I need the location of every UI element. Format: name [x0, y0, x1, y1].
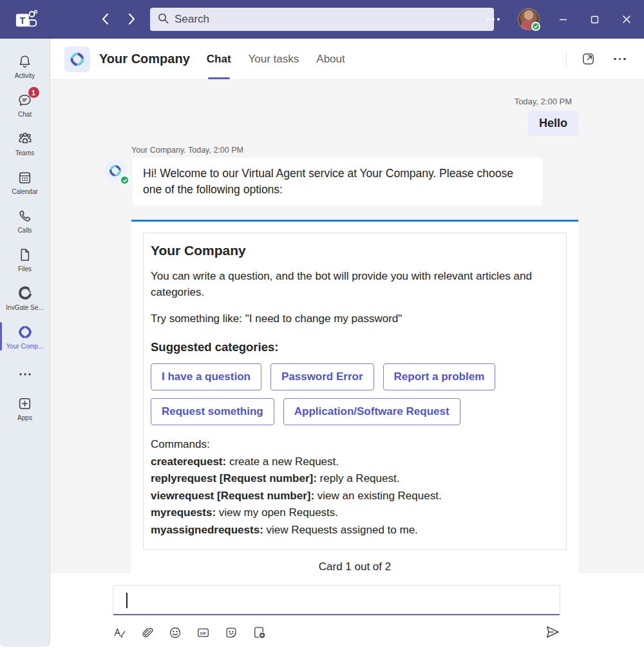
category-button-application-software[interactable]: Application/Software Request: [283, 398, 460, 425]
search-input[interactable]: [175, 13, 486, 26]
sidebar-item-invgate[interactable]: InvGate Se...: [0, 278, 50, 317]
nav-forward-icon[interactable]: [128, 13, 135, 25]
sidebar-item-apps[interactable]: Apps: [0, 388, 50, 427]
title-bar: T: [0, 0, 644, 39]
category-button-password-error[interactable]: Password Error: [270, 363, 374, 390]
command-line: myrequests: view my open Requests.: [151, 504, 559, 522]
calendar-icon: [17, 169, 33, 186]
incoming-message-bubble: Hi! Welcome to our Virtual Agent service…: [133, 158, 542, 206]
titlebar-more-icon[interactable]: [484, 15, 502, 23]
message-list[interactable]: Today, 2:00 PM Hello Your Company. Today…: [50, 80, 644, 573]
teams-logo-icon: T: [14, 8, 39, 33]
people-icon: [17, 130, 33, 147]
card-pager: Card 1 out of 2: [143, 550, 567, 573]
sidebar-item-your-company[interactable]: Your Comp...: [0, 317, 50, 356]
phone-icon: [17, 207, 33, 224]
category-button-report-problem[interactable]: Report a problem: [383, 363, 496, 390]
outgoing-message-bubble: Hello: [528, 111, 578, 136]
sidebar-item-calls[interactable]: Calls: [0, 201, 50, 240]
apps-icon: [17, 395, 33, 412]
page-title: Your Company: [99, 52, 190, 66]
tab-chat[interactable]: Chat: [207, 39, 231, 79]
message-input[interactable]: [113, 585, 560, 615]
presence-available-icon: [531, 22, 540, 31]
card-intro-text: You can write a question, and the bot wi…: [151, 268, 559, 301]
commands-heading: Commands:: [151, 436, 559, 454]
category-buttons: I have a question Password Error Report …: [151, 363, 556, 425]
app-rail: Activity 1 Chat Teams Calendar Calls: [0, 39, 50, 647]
sidebar-item-label: Calls: [17, 227, 32, 234]
card-body: Your Company You can write a question, a…: [143, 233, 567, 550]
incoming-message-row: Hi! Welcome to our Virtual Agent service…: [103, 158, 644, 206]
category-button-question[interactable]: I have a question: [151, 363, 261, 390]
sidebar-item-label: Apps: [17, 414, 32, 421]
svg-text:GIF: GIF: [200, 631, 207, 635]
command-line: myassignedrequests: view Requests assign…: [151, 522, 559, 539]
command-line: createrequest: create a new Request.: [151, 454, 559, 471]
command-line: viewrequest [Request number]: view an ex…: [151, 488, 559, 505]
chat-unread-badge: 1: [28, 87, 39, 98]
search-bar[interactable]: [150, 8, 494, 31]
search-icon: [158, 13, 169, 26]
tab-bar: Chat Your tasks About: [207, 39, 345, 79]
bot-avatar: [103, 158, 128, 183]
sidebar-item-calendar[interactable]: Calendar: [0, 162, 50, 201]
card-title: Your Company: [151, 243, 559, 258]
invgate-icon: [17, 285, 33, 302]
sidebar-item-label: Teams: [15, 149, 34, 157]
attach-icon[interactable]: [140, 626, 155, 640]
chat-header: Your Company Chat Your tasks About: [50, 39, 644, 80]
company-logo-icon: [17, 323, 33, 340]
sidebar-item-label: Calendar: [12, 188, 38, 195]
incoming-message-meta: Your Company. Today, 2:00 PM: [131, 146, 644, 155]
send-icon[interactable]: [544, 624, 560, 640]
sidebar-item-label: Your Comp...: [6, 343, 44, 350]
sidebar-more-button[interactable]: [0, 360, 50, 388]
adaptive-card: Your Company You can write a question, a…: [131, 220, 578, 573]
maximize-button[interactable]: [587, 12, 603, 28]
emoji-icon[interactable]: [168, 626, 182, 640]
more-dots-icon: [17, 366, 33, 383]
suggested-categories-heading: Suggested categories:: [151, 340, 559, 354]
close-button[interactable]: [618, 11, 635, 28]
card-hint-text: Try something like: "I need to change my…: [151, 311, 559, 327]
compose-toolbar: GIF: [113, 624, 560, 640]
bell-icon: [17, 53, 33, 70]
header-divider: [566, 51, 567, 68]
chat-icon: 1: [17, 91, 33, 108]
sidebar-item-activity[interactable]: Activity: [0, 46, 50, 85]
chat-more-icon[interactable]: [610, 54, 630, 64]
minimize-button[interactable]: [555, 12, 571, 28]
category-button-request-something[interactable]: Request something: [151, 398, 274, 425]
sidebar-item-teams[interactable]: Teams: [0, 124, 50, 162]
compose-area: GIF: [50, 573, 644, 652]
bot-verified-icon: [120, 175, 129, 185]
text-cursor: [126, 593, 128, 608]
popout-icon[interactable]: [581, 52, 596, 66]
sidebar-item-files[interactable]: Files: [0, 240, 50, 278]
format-icon[interactable]: [113, 626, 127, 640]
svg-text:T: T: [20, 15, 26, 26]
tab-about[interactable]: About: [316, 39, 345, 79]
nav-back-icon[interactable]: [102, 13, 109, 25]
sidebar-item-label: InvGate Se...: [6, 304, 43, 311]
sidebar-item-label: Activity: [15, 72, 35, 79]
sidebar-item-label: Chat: [18, 111, 32, 118]
app-logo-icon: [64, 46, 90, 72]
command-line: replyrequest [Request number]: reply a R…: [151, 470, 559, 488]
tab-your-tasks[interactable]: Your tasks: [249, 39, 299, 79]
commands-list: Commands: createrequest: create a new Re…: [151, 436, 559, 539]
sticker-icon[interactable]: [224, 626, 238, 640]
gif-icon[interactable]: GIF: [196, 626, 211, 640]
sidebar-item-chat[interactable]: 1 Chat: [0, 85, 50, 124]
file-icon: [17, 246, 33, 263]
user-avatar[interactable]: [518, 8, 540, 30]
sidebar-item-label: Files: [18, 265, 32, 273]
add-app-icon[interactable]: [252, 625, 267, 640]
message-timestamp: Today, 2:00 PM: [50, 97, 644, 106]
